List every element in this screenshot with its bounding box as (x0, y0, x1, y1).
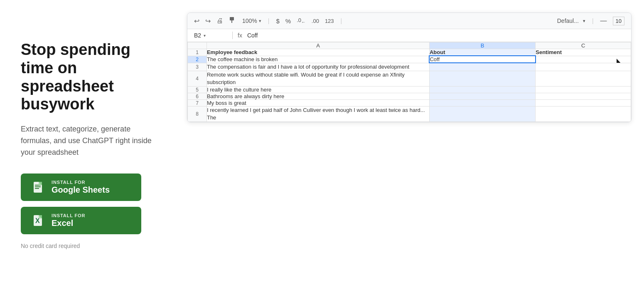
table-row: 1 Employee feedback About Sentiment (188, 49, 631, 56)
cell-a3[interactable]: The compensation is fair and I have a lo… (206, 63, 429, 71)
toolbar: ↩ ↪ 🖨 100% ▾ | $ % .0← .00 123 | Defaul.… (187, 13, 631, 29)
redo-icon[interactable]: ↪ (205, 17, 211, 25)
no-credit-label: No credit card required (21, 243, 154, 249)
col-header-b[interactable]: B (429, 42, 535, 49)
cell-ref-label: B2 (194, 32, 201, 39)
font-size-decrease[interactable]: — (600, 17, 607, 25)
svg-marker-10 (617, 59, 622, 63)
cell-a6[interactable]: Bathrooms are always dirty here (206, 93, 429, 100)
install-google-sheets-button[interactable]: INSTALL FOR Google Sheets (21, 174, 141, 201)
excel-install-for-label: INSTALL FOR (52, 213, 85, 218)
svg-rect-8 (230, 17, 234, 20)
cell-c2[interactable] (536, 56, 631, 63)
col-header-c[interactable]: C (536, 42, 631, 49)
cell-c4[interactable] (536, 71, 631, 86)
cell-a1[interactable]: Employee feedback (206, 49, 429, 56)
cell-b8[interactable] (429, 107, 535, 122)
row-header-5: 5 (188, 87, 207, 93)
svg-rect-9 (231, 20, 232, 23)
excel-btn-text: INSTALL FOR Excel (52, 213, 85, 228)
font-label: Defaul... (557, 17, 579, 24)
row-header-6: 6 (188, 93, 207, 100)
cell-ref-chevron: ▾ (204, 33, 206, 38)
cell-reference[interactable]: B2 ▾ (194, 32, 227, 39)
format-paint-icon[interactable] (229, 16, 236, 25)
cell-b5[interactable] (429, 87, 535, 93)
install-excel-button[interactable]: X INSTALL FOR Excel (21, 207, 141, 234)
font-size-value[interactable]: 10 (613, 17, 624, 25)
cell-c1[interactable]: Sentiment (536, 49, 631, 56)
toolbar-separator-2: | (341, 17, 342, 24)
cell-c3[interactable] (536, 63, 631, 71)
dollar-icon[interactable]: $ (276, 17, 279, 25)
cell-a7[interactable]: My boss is great (206, 100, 429, 107)
table-row: 5 I really like the culture here (188, 87, 631, 93)
cell-c8[interactable] (536, 107, 631, 122)
description: Extract text, categorize, generate formu… (21, 124, 154, 159)
table-row: 3 The compensation is fair and I have a … (188, 63, 631, 71)
table-row: 8 I recently learned I get paid half of … (188, 107, 631, 122)
cell-a4[interactable]: Remote work sucks without stable wifi. W… (206, 71, 429, 86)
excel-icon: X (30, 213, 46, 228)
right-panel: ↩ ↪ 🖨 100% ▾ | $ % .0← .00 123 | Defaul.… (175, 0, 644, 290)
formula-value[interactable]: Coff (247, 32, 258, 39)
font-selector[interactable]: Defaul... ▾ (557, 17, 585, 24)
formula-bar-separator (232, 32, 233, 39)
spreadsheet: ↩ ↪ 🖨 100% ▾ | $ % .0← .00 123 | Defaul.… (187, 12, 632, 122)
decimal-increase[interactable]: .00 (312, 18, 319, 24)
formula-bar: B2 ▾ fx Coff (187, 29, 631, 42)
row-header-4: 4 (188, 71, 207, 86)
spreadsheet-grid: A B C 1 Employee feedback About Sentimen… (187, 42, 631, 122)
undo-icon[interactable]: ↩ (194, 17, 199, 25)
google-install-for-label: INSTALL FOR (52, 180, 85, 185)
font-chevron: ▾ (583, 18, 585, 24)
percent-icon[interactable]: % (285, 17, 291, 25)
decimal-decrease[interactable]: .0← (297, 17, 306, 25)
google-platform-label: Google Sheets (52, 185, 110, 195)
col-header-a[interactable]: A (206, 42, 429, 49)
zoom-chevron: ▾ (259, 18, 261, 24)
zoom-label: 100% (242, 17, 257, 24)
zoom-control[interactable]: 100% ▾ (242, 17, 261, 24)
cell-b2[interactable]: Coff (429, 56, 535, 63)
number-format[interactable]: 123 (325, 18, 334, 24)
row-header-1: 1 (188, 49, 207, 56)
excel-platform-label: Excel (52, 218, 73, 228)
table-row: 4 Remote work sucks without stable wifi.… (188, 71, 631, 86)
row-header-7: 7 (188, 100, 207, 107)
fx-label: fx (238, 32, 242, 39)
cell-b4[interactable] (429, 71, 535, 86)
print-icon[interactable]: 🖨 (216, 17, 223, 25)
cell-a8[interactable]: I recently learned I get paid half of Jo… (206, 107, 429, 122)
table-row: 7 My boss is great (188, 100, 631, 107)
toolbar-separator-1: | (268, 17, 270, 24)
corner-cell (188, 42, 207, 49)
cell-b3[interactable] (429, 63, 535, 71)
cell-b1[interactable]: About (429, 49, 535, 56)
cursor-icon (615, 58, 625, 63)
row-header-3: 3 (188, 63, 207, 71)
row-header-8: 8 (188, 107, 207, 122)
cell-b6[interactable] (429, 93, 535, 100)
cell-c7[interactable] (536, 100, 631, 107)
table-row: 6 Bathrooms are always dirty here (188, 93, 631, 100)
sheets-icon (30, 179, 46, 195)
cell-c6[interactable] (536, 93, 631, 100)
svg-rect-2 (35, 186, 41, 187)
cell-b7[interactable] (429, 100, 535, 107)
toolbar-separator-3: | (592, 17, 594, 24)
google-btn-text: INSTALL FOR Google Sheets (52, 180, 110, 195)
cell-a2[interactable]: The coffee machine is broken (206, 56, 429, 63)
table-row: 2 The coffee machine is broken Coff (188, 56, 631, 63)
left-panel: Stop spending time on spreadsheet busywo… (0, 0, 175, 290)
cell-a5[interactable]: I really like the culture here (206, 87, 429, 93)
cell-c5[interactable] (536, 87, 631, 93)
headline: Stop spending time on spreadsheet busywo… (21, 41, 154, 114)
row-header-2: 2 (188, 56, 207, 63)
svg-rect-3 (35, 188, 39, 189)
